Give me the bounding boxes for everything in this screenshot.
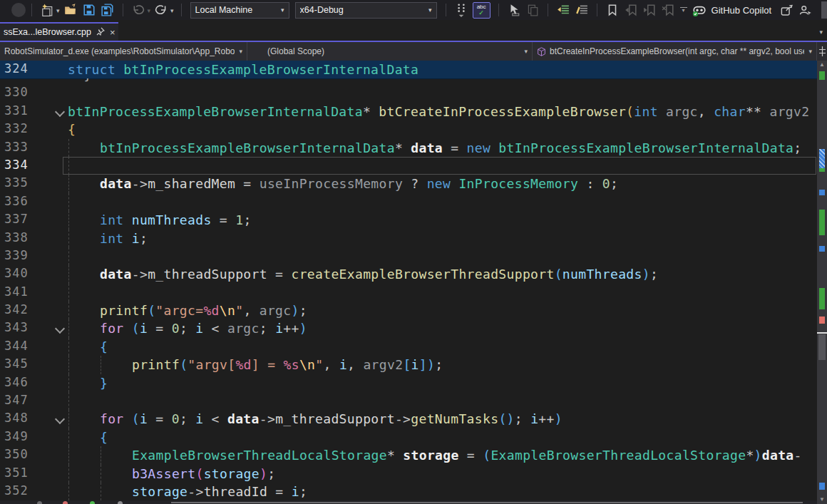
live-share-person-icon[interactable] <box>798 3 812 17</box>
code-line[interactable]: 340data->m_threadSupport = createExample… <box>0 265 817 283</box>
tab-title: ssExa...leBrowser.cpp <box>4 27 91 37</box>
new-file-dropdown-icon[interactable]: ▾ <box>56 7 60 14</box>
save-icon[interactable] <box>82 3 96 17</box>
share-icon[interactable] <box>779 3 793 17</box>
code-line[interactable]: 331btInProcessExampleBrowserInternalData… <box>0 103 817 120</box>
chevron-down-icon: ▾ <box>808 48 812 55</box>
project-dropdown-label: RobotSimulator_d.exe (examples\RobotSimu… <box>4 46 235 56</box>
line-number: 349 <box>4 429 33 443</box>
code-line[interactable]: 350ExampleBrowserThreadLocalStorage* sto… <box>0 446 817 464</box>
scrollbar-mark <box>819 149 825 168</box>
undo-dropdown-icon[interactable]: ▾ <box>148 7 151 14</box>
separator <box>181 4 182 16</box>
code-line[interactable]: 333btInProcessExampleBrowserInternalData… <box>0 139 817 157</box>
spell-check-toggle[interactable]: abc✓ <box>473 2 490 19</box>
visual-studio-window: ▾ ▾ ▾ Local Machine ▾ x64-Debug ▾ <box>0 0 827 504</box>
github-copilot-label[interactable]: GitHub Copilot <box>712 5 772 16</box>
undo-icon[interactable] <box>131 3 145 17</box>
tab-document[interactable]: ssExa...leBrowser.cpp × <box>0 22 118 41</box>
code-text: struct btInProcessExampleBrowserInternal… <box>68 61 418 78</box>
scrollbar-mark <box>819 168 825 172</box>
chevron-down-icon: ▾ <box>428 6 432 14</box>
new-file-icon[interactable] <box>40 3 54 17</box>
code-line[interactable]: 345printf("argv[%d] = %s\n", i, argv2[i]… <box>0 356 817 374</box>
save-all-icon[interactable] <box>101 3 115 17</box>
separator <box>548 4 548 16</box>
line-number: 351 <box>4 466 33 480</box>
code-line[interactable]: 343for (i = 0; i < argc; i++) <box>0 319 817 337</box>
scrollbar-thumb[interactable] <box>818 334 826 360</box>
fold-chevron-icon[interactable] <box>55 107 65 117</box>
current-line-highlight <box>63 157 816 175</box>
line-number: 324 <box>4 61 33 76</box>
code-line[interactable]: 346} <box>0 374 817 392</box>
code-line[interactable]: 349{ <box>0 428 817 446</box>
code-line[interactable]: 339 <box>0 247 817 265</box>
code-line[interactable]: 338int i; <box>0 230 817 247</box>
navigation-bar: RobotSimulator_d.exe (examples\RobotSimu… <box>0 42 827 61</box>
navigate-cursor-icon[interactable] <box>507 3 521 17</box>
separator <box>31 4 32 16</box>
code-line[interactable]: 337int numThreads = 1; <box>0 211 817 229</box>
target-machine-combo[interactable]: Local Machine ▾ <box>190 2 289 19</box>
code-line[interactable]: 352storage->threadId = i; <box>0 483 817 500</box>
line-number: 348 <box>4 411 33 425</box>
fold-chevron-icon[interactable] <box>55 414 65 424</box>
green-dot-icon <box>90 501 95 504</box>
vertical-scrollbar[interactable]: ▲ ▼ <box>817 61 827 504</box>
line-number: 332 <box>4 121 33 135</box>
redo-icon[interactable] <box>154 3 168 17</box>
scrollbar-mark <box>819 246 825 252</box>
close-icon[interactable]: × <box>110 28 115 37</box>
pin-icon[interactable] <box>96 26 105 38</box>
code-text: btInProcessExampleBrowserInternalData* b… <box>68 103 809 120</box>
split-editor-icon[interactable] <box>817 42 827 61</box>
code-text: data->m_threadSupport = createExampleBro… <box>68 265 658 283</box>
code-line[interactable]: 330 <box>0 84 817 102</box>
code-line[interactable]: 347 <box>0 392 817 410</box>
code-area[interactable]: 324struct btInProcessExampleBrowserInter… <box>0 61 817 504</box>
project-dropdown[interactable]: RobotSimulator_d.exe (examples\RobotSimu… <box>0 42 247 61</box>
sticky-scroll-line[interactable]: 324struct btInProcessExampleBrowserInter… <box>0 61 817 78</box>
copy-icon[interactable] <box>525 3 540 17</box>
code-line[interactable]: 329··} <box>0 78 817 84</box>
code-line[interactable]: 332{ <box>0 120 817 138</box>
line-number: 338 <box>4 230 33 245</box>
chevron-down-icon: ▾ <box>524 48 528 55</box>
code-line[interactable]: 344{ <box>0 338 817 356</box>
preview-button[interactable]: PREVIEW <box>821 1 827 19</box>
fold-chevron-icon[interactable] <box>55 324 65 334</box>
code-line[interactable]: 341 <box>0 284 817 302</box>
code-line[interactable]: 342printf("argc=%d\n", argc); <box>0 302 817 319</box>
tab-strip: ssExa...leBrowser.cpp × ▾ <box>0 20 827 42</box>
format-selection-icon[interactable] <box>575 3 589 17</box>
document-list-dropdown-icon[interactable]: ▾ <box>819 29 823 36</box>
code-line[interactable]: 335data->m_sharedMem = useInProcessMemor… <box>0 175 817 192</box>
configuration-combo[interactable]: x64-Debug ▾ <box>295 2 437 19</box>
scroll-down-icon[interactable]: ▼ <box>817 495 827 504</box>
scope-dropdown[interactable]: (Global Scope) ▾ <box>247 42 533 61</box>
scrollbar-mark <box>817 332 827 334</box>
code-line[interactable]: 334 <box>0 157 817 175</box>
github-copilot-icon[interactable] <box>692 3 707 17</box>
code-line[interactable]: 348for (i = 0; i < data->m_threadSupport… <box>0 410 817 428</box>
format-document-icon[interactable] <box>556 3 570 17</box>
dots-grid-icon[interactable] <box>454 3 468 17</box>
code-text: printf("argc=%d\n", argc); <box>68 302 307 319</box>
toolbar-overflow-icon[interactable]: ▾ <box>680 7 687 13</box>
bookmark-toggle-icon[interactable] <box>605 3 620 17</box>
line-number: 335 <box>4 175 33 190</box>
open-folder-icon[interactable] <box>63 3 78 17</box>
redo-dropdown-icon[interactable]: ▾ <box>170 7 174 14</box>
bookmark-next-icon[interactable] <box>642 3 657 17</box>
member-dropdown[interactable]: btCreateInProcessExampleBrowser(int argc… <box>533 42 817 61</box>
scrollbar-mark <box>819 483 825 490</box>
bookmark-clear-icon[interactable] <box>661 3 675 17</box>
code-line[interactable]: 336 <box>0 193 817 211</box>
bookmark-prev-icon[interactable] <box>624 3 638 17</box>
scroll-up-icon[interactable]: ▲ <box>817 61 827 69</box>
separator <box>498 4 499 16</box>
target-machine-label: Local Machine <box>195 5 277 15</box>
scope-dropdown-label: (Global Scope) <box>267 46 520 56</box>
code-line[interactable]: 351b3Assert(storage); <box>0 465 817 483</box>
